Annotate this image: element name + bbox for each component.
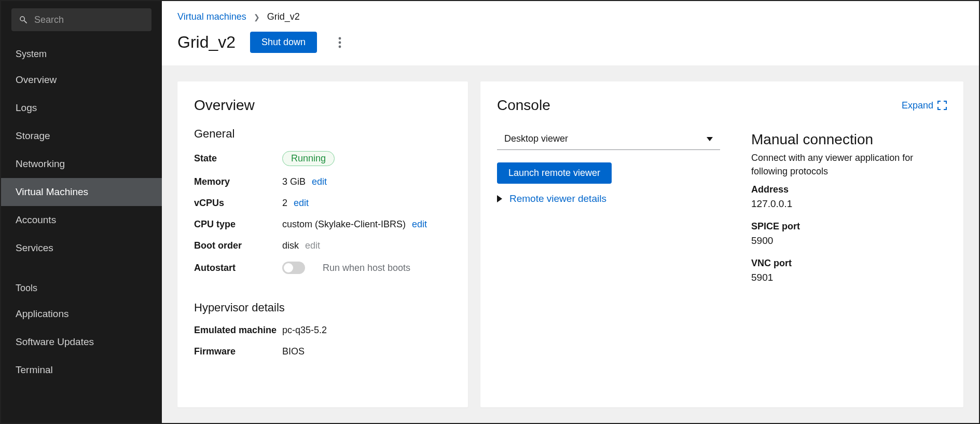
label-state: State xyxy=(194,153,282,164)
console-card: Console Expand Desktop viewer Launch rem… xyxy=(480,81,963,407)
overview-title: Overview xyxy=(194,97,451,114)
topbar: Virtual machines ❯ Grid_v2 Grid_v2 Shut … xyxy=(162,1,979,66)
label-autostart: Autostart xyxy=(194,263,282,273)
nav-section-tools: Tools xyxy=(1,262,162,300)
state-badge: Running xyxy=(282,151,335,166)
row-cpu-type: CPU type custom (Skylake-Client-IBRS) ed… xyxy=(194,219,451,230)
label-memory: Memory xyxy=(194,176,282,187)
kebab-icon xyxy=(338,37,341,48)
sidebar-item-overview[interactable]: Overview xyxy=(1,66,162,94)
edit-cpu-type-link[interactable]: edit xyxy=(412,219,427,230)
svg-point-2 xyxy=(339,45,341,48)
edit-vcpus-link[interactable]: edit xyxy=(294,198,309,209)
vnc-block: VNC port 5901 xyxy=(751,258,947,283)
expand-icon xyxy=(937,101,947,110)
search-icon xyxy=(19,15,28,24)
sidebar-item-software-updates[interactable]: Software Updates xyxy=(1,328,162,356)
caret-down-icon xyxy=(707,137,713,141)
row-autostart: Autostart Run when host boots xyxy=(194,262,451,274)
sidebar: Search System Overview Logs Storage Netw… xyxy=(1,1,162,423)
row-state: State Running xyxy=(194,151,451,166)
label-firmware: Firmware xyxy=(194,346,282,357)
breadcrumb: Virtual machines ❯ Grid_v2 xyxy=(177,11,963,22)
value-vnc-port: 5901 xyxy=(751,272,947,283)
value-boot-order: disk xyxy=(282,240,299,251)
breadcrumb-current: Grid_v2 xyxy=(267,11,300,22)
viewer-selected-value: Desktop viewer xyxy=(504,133,568,144)
nav-section-system: System xyxy=(1,36,162,66)
label-vcpus: vCPUs xyxy=(194,198,282,209)
value-firmware: BIOS xyxy=(282,346,305,357)
row-firmware: Firmware BIOS xyxy=(194,346,451,357)
row-vcpus: vCPUs 2 edit xyxy=(194,198,451,209)
chevron-right-icon: ❯ xyxy=(254,13,260,21)
chevron-right-icon xyxy=(497,195,502,202)
label-emulated-machine: Emulated machine xyxy=(194,325,282,336)
spice-block: SPICE port 5900 xyxy=(751,221,947,247)
hypervisor-section-title: Hypervisor details xyxy=(194,301,451,314)
value-emulated-machine: pc-q35-5.2 xyxy=(282,325,327,336)
sidebar-item-logs[interactable]: Logs xyxy=(1,94,162,122)
general-section-title: General xyxy=(194,127,451,141)
label-vnc-port: VNC port xyxy=(751,258,947,269)
shutdown-button[interactable]: Shut down xyxy=(250,32,317,53)
sidebar-item-applications[interactable]: Applications xyxy=(1,300,162,328)
expand-label: Expand xyxy=(902,100,933,111)
sidebar-item-networking[interactable]: Networking xyxy=(1,150,162,178)
sidebar-item-storage[interactable]: Storage xyxy=(1,122,162,150)
manual-connection-title: Manual connection xyxy=(751,131,947,148)
row-emulated-machine: Emulated machine pc-q35-5.2 xyxy=(194,325,451,336)
breadcrumb-parent[interactable]: Virtual machines xyxy=(177,11,246,22)
actions-menu-button[interactable] xyxy=(332,34,348,51)
svg-point-0 xyxy=(339,37,341,39)
autostart-hint: Run when host boots xyxy=(323,263,410,273)
row-memory: Memory 3 GiB edit xyxy=(194,176,451,187)
label-cpu-type: CPU type xyxy=(194,219,282,230)
manual-connection-sub: Connect with any viewer application for … xyxy=(751,151,947,178)
sidebar-item-services[interactable]: Services xyxy=(1,234,162,262)
value-spice-port: 5900 xyxy=(751,235,947,247)
value-cpu-type: custom (Skylake-Client-IBRS) xyxy=(282,219,406,230)
remote-viewer-details-toggle[interactable]: Remote viewer details xyxy=(497,193,720,204)
sidebar-item-terminal[interactable]: Terminal xyxy=(1,356,162,384)
value-memory: 3 GiB xyxy=(282,176,306,187)
label-boot-order: Boot order xyxy=(194,240,282,251)
sidebar-item-accounts[interactable]: Accounts xyxy=(1,206,162,234)
value-address: 127.0.0.1 xyxy=(751,198,947,210)
label-spice-port: SPICE port xyxy=(751,221,947,232)
value-vcpus: 2 xyxy=(282,198,287,209)
remote-viewer-details-label: Remote viewer details xyxy=(509,193,606,204)
sidebar-item-virtual-machines[interactable]: Virtual Machines xyxy=(1,178,162,206)
page-title: Grid_v2 xyxy=(177,33,236,52)
edit-boot-order-link[interactable]: edit xyxy=(305,240,320,251)
launch-remote-viewer-button[interactable]: Launch remote viewer xyxy=(497,162,612,184)
viewer-select[interactable]: Desktop viewer xyxy=(497,128,720,150)
edit-memory-link[interactable]: edit xyxy=(312,176,327,187)
label-address: Address xyxy=(751,184,947,195)
overview-card: Overview General State Running Memory 3 … xyxy=(177,81,468,407)
autostart-toggle[interactable] xyxy=(282,262,305,274)
search-input[interactable]: Search xyxy=(11,8,151,31)
console-title: Console xyxy=(497,97,550,114)
row-boot-order: Boot order disk edit xyxy=(194,240,451,251)
expand-console-link[interactable]: Expand xyxy=(902,100,947,111)
search-placeholder: Search xyxy=(34,15,64,25)
svg-point-1 xyxy=(339,41,341,44)
address-block: Address 127.0.0.1 xyxy=(751,184,947,210)
